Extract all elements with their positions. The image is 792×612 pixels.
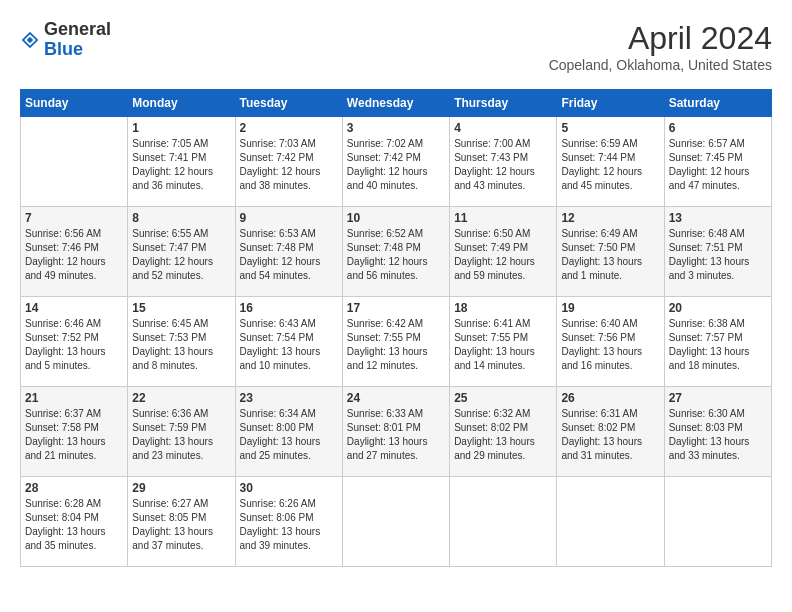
day-number: 20 [669, 301, 767, 315]
calendar-cell: 3Sunrise: 7:02 AMSunset: 7:42 PMDaylight… [342, 117, 449, 207]
day-info: Sunrise: 6:32 AMSunset: 8:02 PMDaylight:… [454, 407, 552, 463]
calendar-cell: 6Sunrise: 6:57 AMSunset: 7:45 PMDaylight… [664, 117, 771, 207]
day-number: 19 [561, 301, 659, 315]
page-header: General Blue April 2024 Copeland, Oklaho… [20, 20, 772, 73]
day-info: Sunrise: 6:27 AMSunset: 8:05 PMDaylight:… [132, 497, 230, 553]
day-number: 22 [132, 391, 230, 405]
calendar-header-tuesday: Tuesday [235, 90, 342, 117]
calendar-cell [664, 477, 771, 567]
calendar-cell: 24Sunrise: 6:33 AMSunset: 8:01 PMDayligh… [342, 387, 449, 477]
day-number: 12 [561, 211, 659, 225]
calendar-cell [342, 477, 449, 567]
calendar-cell: 27Sunrise: 6:30 AMSunset: 8:03 PMDayligh… [664, 387, 771, 477]
calendar-cell [557, 477, 664, 567]
day-info: Sunrise: 6:50 AMSunset: 7:49 PMDaylight:… [454, 227, 552, 283]
calendar-cell: 23Sunrise: 6:34 AMSunset: 8:00 PMDayligh… [235, 387, 342, 477]
day-number: 14 [25, 301, 123, 315]
day-info: Sunrise: 6:38 AMSunset: 7:57 PMDaylight:… [669, 317, 767, 373]
calendar-header-row: SundayMondayTuesdayWednesdayThursdayFrid… [21, 90, 772, 117]
calendar-cell [21, 117, 128, 207]
day-info: Sunrise: 6:45 AMSunset: 7:53 PMDaylight:… [132, 317, 230, 373]
day-info: Sunrise: 6:55 AMSunset: 7:47 PMDaylight:… [132, 227, 230, 283]
day-number: 28 [25, 481, 123, 495]
day-number: 4 [454, 121, 552, 135]
title-block: April 2024 Copeland, Oklahoma, United St… [549, 20, 772, 73]
day-info: Sunrise: 7:00 AMSunset: 7:43 PMDaylight:… [454, 137, 552, 193]
day-info: Sunrise: 6:56 AMSunset: 7:46 PMDaylight:… [25, 227, 123, 283]
day-number: 6 [669, 121, 767, 135]
day-number: 9 [240, 211, 338, 225]
day-info: Sunrise: 6:43 AMSunset: 7:54 PMDaylight:… [240, 317, 338, 373]
calendar-week-row: 21Sunrise: 6:37 AMSunset: 7:58 PMDayligh… [21, 387, 772, 477]
calendar-header-wednesday: Wednesday [342, 90, 449, 117]
day-number: 25 [454, 391, 552, 405]
day-info: Sunrise: 6:31 AMSunset: 8:02 PMDaylight:… [561, 407, 659, 463]
day-number: 7 [25, 211, 123, 225]
day-info: Sunrise: 6:46 AMSunset: 7:52 PMDaylight:… [25, 317, 123, 373]
day-info: Sunrise: 6:36 AMSunset: 7:59 PMDaylight:… [132, 407, 230, 463]
day-number: 10 [347, 211, 445, 225]
day-number: 27 [669, 391, 767, 405]
calendar-cell: 25Sunrise: 6:32 AMSunset: 8:02 PMDayligh… [450, 387, 557, 477]
calendar-cell: 20Sunrise: 6:38 AMSunset: 7:57 PMDayligh… [664, 297, 771, 387]
day-info: Sunrise: 6:41 AMSunset: 7:55 PMDaylight:… [454, 317, 552, 373]
calendar-header-thursday: Thursday [450, 90, 557, 117]
day-number: 23 [240, 391, 338, 405]
day-number: 15 [132, 301, 230, 315]
calendar-cell: 28Sunrise: 6:28 AMSunset: 8:04 PMDayligh… [21, 477, 128, 567]
calendar-week-row: 7Sunrise: 6:56 AMSunset: 7:46 PMDaylight… [21, 207, 772, 297]
calendar-header-saturday: Saturday [664, 90, 771, 117]
calendar-cell: 15Sunrise: 6:45 AMSunset: 7:53 PMDayligh… [128, 297, 235, 387]
day-info: Sunrise: 7:03 AMSunset: 7:42 PMDaylight:… [240, 137, 338, 193]
day-info: Sunrise: 6:37 AMSunset: 7:58 PMDaylight:… [25, 407, 123, 463]
calendar-cell: 4Sunrise: 7:00 AMSunset: 7:43 PMDaylight… [450, 117, 557, 207]
calendar-cell: 22Sunrise: 6:36 AMSunset: 7:59 PMDayligh… [128, 387, 235, 477]
day-number: 3 [347, 121, 445, 135]
calendar-cell: 21Sunrise: 6:37 AMSunset: 7:58 PMDayligh… [21, 387, 128, 477]
location: Copeland, Oklahoma, United States [549, 57, 772, 73]
calendar-cell: 11Sunrise: 6:50 AMSunset: 7:49 PMDayligh… [450, 207, 557, 297]
day-info: Sunrise: 6:33 AMSunset: 8:01 PMDaylight:… [347, 407, 445, 463]
day-info: Sunrise: 6:40 AMSunset: 7:56 PMDaylight:… [561, 317, 659, 373]
day-number: 21 [25, 391, 123, 405]
calendar-cell: 14Sunrise: 6:46 AMSunset: 7:52 PMDayligh… [21, 297, 128, 387]
logo-text: General Blue [44, 20, 111, 60]
day-info: Sunrise: 6:34 AMSunset: 8:00 PMDaylight:… [240, 407, 338, 463]
calendar-header-friday: Friday [557, 90, 664, 117]
day-info: Sunrise: 6:42 AMSunset: 7:55 PMDaylight:… [347, 317, 445, 373]
calendar-cell: 2Sunrise: 7:03 AMSunset: 7:42 PMDaylight… [235, 117, 342, 207]
day-number: 8 [132, 211, 230, 225]
day-number: 29 [132, 481, 230, 495]
calendar-cell: 26Sunrise: 6:31 AMSunset: 8:02 PMDayligh… [557, 387, 664, 477]
day-number: 5 [561, 121, 659, 135]
day-number: 24 [347, 391, 445, 405]
day-number: 11 [454, 211, 552, 225]
day-number: 30 [240, 481, 338, 495]
calendar-cell: 8Sunrise: 6:55 AMSunset: 7:47 PMDaylight… [128, 207, 235, 297]
day-number: 2 [240, 121, 338, 135]
calendar-cell: 9Sunrise: 6:53 AMSunset: 7:48 PMDaylight… [235, 207, 342, 297]
day-info: Sunrise: 6:49 AMSunset: 7:50 PMDaylight:… [561, 227, 659, 283]
day-info: Sunrise: 6:28 AMSunset: 8:04 PMDaylight:… [25, 497, 123, 553]
logo: General Blue [20, 20, 111, 60]
calendar-cell: 7Sunrise: 6:56 AMSunset: 7:46 PMDaylight… [21, 207, 128, 297]
day-info: Sunrise: 6:30 AMSunset: 8:03 PMDaylight:… [669, 407, 767, 463]
day-number: 13 [669, 211, 767, 225]
day-number: 16 [240, 301, 338, 315]
calendar-cell [450, 477, 557, 567]
calendar-cell: 29Sunrise: 6:27 AMSunset: 8:05 PMDayligh… [128, 477, 235, 567]
calendar-cell: 1Sunrise: 7:05 AMSunset: 7:41 PMDaylight… [128, 117, 235, 207]
calendar-cell: 17Sunrise: 6:42 AMSunset: 7:55 PMDayligh… [342, 297, 449, 387]
calendar-week-row: 14Sunrise: 6:46 AMSunset: 7:52 PMDayligh… [21, 297, 772, 387]
day-info: Sunrise: 6:53 AMSunset: 7:48 PMDaylight:… [240, 227, 338, 283]
calendar-cell: 13Sunrise: 6:48 AMSunset: 7:51 PMDayligh… [664, 207, 771, 297]
calendar-cell: 19Sunrise: 6:40 AMSunset: 7:56 PMDayligh… [557, 297, 664, 387]
month-title: April 2024 [549, 20, 772, 57]
day-number: 17 [347, 301, 445, 315]
day-info: Sunrise: 6:57 AMSunset: 7:45 PMDaylight:… [669, 137, 767, 193]
day-info: Sunrise: 6:48 AMSunset: 7:51 PMDaylight:… [669, 227, 767, 283]
calendar-header-monday: Monday [128, 90, 235, 117]
calendar-cell: 10Sunrise: 6:52 AMSunset: 7:48 PMDayligh… [342, 207, 449, 297]
day-info: Sunrise: 6:59 AMSunset: 7:44 PMDaylight:… [561, 137, 659, 193]
calendar-cell: 30Sunrise: 6:26 AMSunset: 8:06 PMDayligh… [235, 477, 342, 567]
